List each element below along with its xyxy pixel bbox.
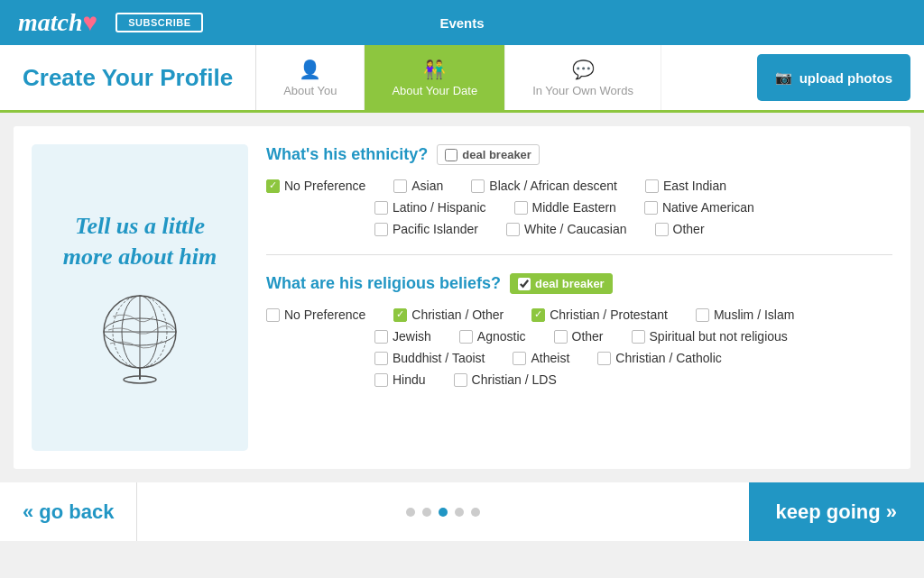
pagination-dots	[406, 508, 480, 517]
ethnicity-white[interactable]: White / Caucasian	[506, 222, 627, 236]
ethnicity-deal-breaker-checkbox[interactable]	[445, 149, 457, 161]
tab-about-your-date[interactable]: 👫 About Your Date	[365, 45, 505, 110]
about-you-icon: 👤	[299, 59, 321, 80]
ethnicity-deal-breaker[interactable]: deal breaker	[437, 144, 540, 165]
religion-hindu-checkbox[interactable]	[374, 373, 388, 387]
religion-atheist-checkbox[interactable]	[513, 352, 526, 365]
header: match♥ SUBSCRIBE Events	[0, 0, 924, 45]
religion-buddhist-checkbox[interactable]	[374, 352, 388, 365]
illustration-panel: Tell us a little more about him	[32, 144, 248, 451]
logo: match♥	[18, 8, 97, 37]
religion-christian-other-checkbox[interactable]	[393, 308, 407, 322]
ethnicity-asian[interactable]: Asian	[393, 179, 443, 193]
tab-about-your-date-label: About Your Date	[392, 84, 477, 97]
religion-other[interactable]: Other	[554, 329, 604, 344]
religion-christian-other[interactable]: Christian / Other	[393, 307, 504, 322]
events-link[interactable]: Events	[439, 15, 484, 31]
ethnicity-white-checkbox[interactable]	[506, 223, 520, 236]
religion-row-4: Hindu Christian / LDS	[266, 372, 892, 387]
religion-agnostic-checkbox[interactable]	[459, 330, 473, 344]
upload-photos-button[interactable]: 📷 upload photos	[757, 54, 910, 101]
subheader: Create Your Profile 👤 About You 👫 About …	[0, 45, 924, 113]
religion-christian-protestant-checkbox[interactable]	[531, 308, 545, 322]
religion-christian-catholic[interactable]: Christian / Catholic	[597, 351, 722, 365]
religion-spiritual-checkbox[interactable]	[632, 330, 645, 344]
religion-atheist[interactable]: Atheist	[513, 351, 569, 365]
religion-christian-catholic-checkbox[interactable]	[597, 352, 611, 365]
dot-5	[471, 508, 480, 517]
dot-2	[422, 508, 431, 517]
nav-tabs: 👤 About You 👫 About Your Date 💬 In Your …	[256, 45, 744, 110]
go-back-button[interactable]: « go back	[0, 482, 137, 541]
ethnicity-east-indian-checkbox[interactable]	[645, 179, 659, 193]
dot-3	[439, 508, 448, 517]
about-date-icon: 👫	[423, 59, 446, 80]
own-words-icon: 💬	[572, 59, 595, 80]
religion-section-title: What are his religious beliefs? deal bre…	[266, 273, 892, 294]
religion-spiritual[interactable]: Spiritual but not religious	[632, 329, 788, 344]
ethnicity-row-1: No Preference Asian Black / African desc…	[266, 179, 892, 193]
footer: « go back keep going »	[0, 482, 924, 541]
religion-muslim-checkbox[interactable]	[696, 308, 709, 322]
religion-row-2: Jewish Agnostic Other Spiritual but not …	[266, 329, 892, 344]
form-area: What's his ethnicity? deal breaker No Pr…	[266, 144, 892, 451]
religion-no-preference[interactable]: No Preference	[266, 307, 365, 322]
religion-row-3: Buddhist / Taoist Atheist Christian / Ca…	[266, 351, 892, 365]
religion-buddhist[interactable]: Buddhist / Taoist	[374, 351, 485, 365]
illustration-text: Tell us a little more about him	[50, 211, 230, 272]
ethnicity-pacific-islander[interactable]: Pacific Islander	[374, 222, 478, 236]
ethnicity-black-checkbox[interactable]	[471, 179, 485, 193]
ethnicity-other[interactable]: Other	[655, 222, 705, 236]
profile-title: Create Your Profile	[0, 45, 256, 110]
tab-about-you-label: About You	[283, 84, 337, 97]
ethnicity-latino-checkbox[interactable]	[374, 201, 388, 215]
religion-no-preference-checkbox[interactable]	[266, 308, 280, 322]
ethnicity-middle-eastern-checkbox[interactable]	[514, 201, 528, 215]
ethnicity-native-american[interactable]: Native American	[644, 200, 754, 215]
religion-row-1: No Preference Christian / Other Christia…	[266, 307, 892, 322]
religion-christian-lds[interactable]: Christian / LDS	[454, 372, 557, 387]
keep-going-button[interactable]: keep going »	[749, 482, 924, 541]
globe-icon	[90, 285, 189, 384]
religion-muslim[interactable]: Muslim / Islam	[696, 307, 794, 322]
religion-deal-breaker-checkbox[interactable]	[518, 278, 531, 290]
religion-christian-lds-checkbox[interactable]	[454, 373, 467, 387]
ethnicity-asian-checkbox[interactable]	[393, 179, 407, 193]
tab-about-you[interactable]: 👤 About You	[256, 45, 365, 110]
ethnicity-row-2: Latino / Hispanic Middle Eastern Native …	[266, 200, 892, 215]
section-divider	[266, 254, 892, 255]
ethnicity-latino[interactable]: Latino / Hispanic	[374, 200, 486, 215]
ethnicity-section-title: What's his ethnicity? deal breaker	[266, 144, 892, 165]
religion-deal-breaker[interactable]: deal breaker	[510, 273, 613, 294]
religion-jewish-checkbox[interactable]	[374, 330, 388, 344]
subscribe-button[interactable]: SUBSCRIBE	[116, 13, 203, 32]
tab-in-your-own-words[interactable]: 💬 In Your Own Words	[505, 45, 661, 110]
ethnicity-native-american-checkbox[interactable]	[644, 201, 658, 215]
religion-jewish[interactable]: Jewish	[374, 329, 431, 344]
religion-other-checkbox[interactable]	[554, 330, 568, 344]
religion-agnostic[interactable]: Agnostic	[459, 329, 526, 344]
main-content: Tell us a little more about him What's h…	[14, 126, 910, 469]
ethnicity-east-indian[interactable]: East Indian	[645, 179, 726, 193]
ethnicity-other-checkbox[interactable]	[655, 223, 669, 236]
ethnicity-no-preference-checkbox[interactable]	[266, 179, 280, 193]
tab-in-your-own-words-label: In Your Own Words	[532, 84, 633, 97]
dot-1	[406, 508, 415, 517]
dot-4	[455, 508, 464, 517]
religion-christian-protestant[interactable]: Christian / Protestant	[531, 307, 668, 322]
ethnicity-pacific-islander-checkbox[interactable]	[374, 223, 388, 236]
religion-hindu[interactable]: Hindu	[374, 372, 426, 387]
ethnicity-row-3: Pacific Islander White / Caucasian Other	[266, 222, 892, 236]
ethnicity-black[interactable]: Black / African descent	[471, 179, 617, 193]
camera-icon: 📷	[775, 69, 792, 86]
ethnicity-middle-eastern[interactable]: Middle Eastern	[514, 200, 616, 215]
ethnicity-no-preference[interactable]: No Preference	[266, 179, 365, 193]
